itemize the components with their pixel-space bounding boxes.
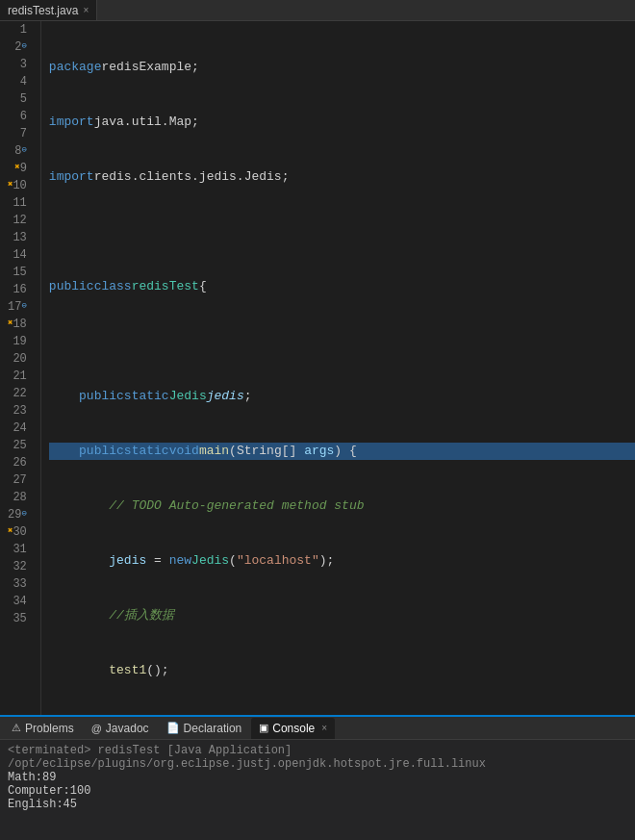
code-line-2: import java.util.Map; (49, 114, 635, 131)
problems-label: Problems (25, 722, 74, 735)
code-line-8: public static void main(String[] args) { (49, 443, 635, 460)
code-line-6 (49, 333, 635, 350)
declaration-icon: 📄 (166, 722, 180, 734)
code-line-7: public static Jedis jedis; (49, 388, 635, 405)
file-tab[interactable]: redisTest.java × (0, 0, 97, 20)
code-line-1: package redisExample; (49, 59, 635, 76)
console-label: Console (272, 722, 315, 735)
javadoc-icon: @ (91, 723, 102, 734)
code-line-4 (49, 223, 635, 241)
code-line-9: // TODO Auto-generated method stub (49, 497, 635, 515)
tab-bar: redisTest.java × (0, 0, 635, 21)
javadoc-label: Javadoc (106, 722, 149, 735)
console-output-line-3: English:45 (8, 798, 627, 811)
bottom-tabs: ⚠ Problems @ Javadoc 📄 Declaration ▣ Con… (0, 717, 635, 740)
tab-javadoc[interactable]: @ Javadoc (84, 718, 157, 739)
code-container[interactable]: 1 2⊖ 3 4 5 6 7 8⊖ ✖9 ✖10 11 12 13 14 15 … (0, 21, 635, 715)
tab-problems[interactable]: ⚠ Problems (4, 718, 82, 739)
console-output-line-2: Computer:100 (8, 784, 627, 798)
code-line-12: test1(); (49, 662, 635, 679)
console-output-line-1: Math:89 (8, 771, 627, 784)
console-close-icon[interactable]: × (321, 723, 327, 733)
tab-console[interactable]: ▣ Console × (251, 718, 335, 739)
code-line-11: //插入数据 (49, 607, 635, 624)
problems-icon: ⚠ (12, 722, 21, 734)
tab-label: redisTest.java (8, 4, 78, 17)
tab-declaration[interactable]: 📄 Declaration (159, 718, 250, 739)
console-content: <terminated> redisTest [Java Application… (0, 740, 635, 840)
code-lines[interactable]: package redisExample; import java.util.M… (41, 21, 635, 715)
line-numbers: 1 2⊖ 3 4 5 6 7 8⊖ ✖9 ✖10 11 12 13 14 15 … (0, 21, 41, 715)
console-icon: ▣ (259, 722, 268, 734)
code-line-3: import redis.clients.jedis.Jedis; (49, 168, 635, 186)
bottom-panel: ⚠ Problems @ Javadoc 📄 Declaration ▣ Con… (0, 715, 635, 840)
tab-close-icon[interactable]: × (83, 5, 89, 15)
code-line-5: public class redisTest { (49, 278, 635, 295)
console-terminated-line: <terminated> redisTest [Java Application… (8, 744, 627, 771)
code-line-10: jedis = new Jedis("localhost"); (49, 552, 635, 570)
editor-area: 1 2⊖ 3 4 5 6 7 8⊖ ✖9 ✖10 11 12 13 14 15 … (0, 21, 635, 715)
declaration-label: Declaration (184, 722, 242, 735)
